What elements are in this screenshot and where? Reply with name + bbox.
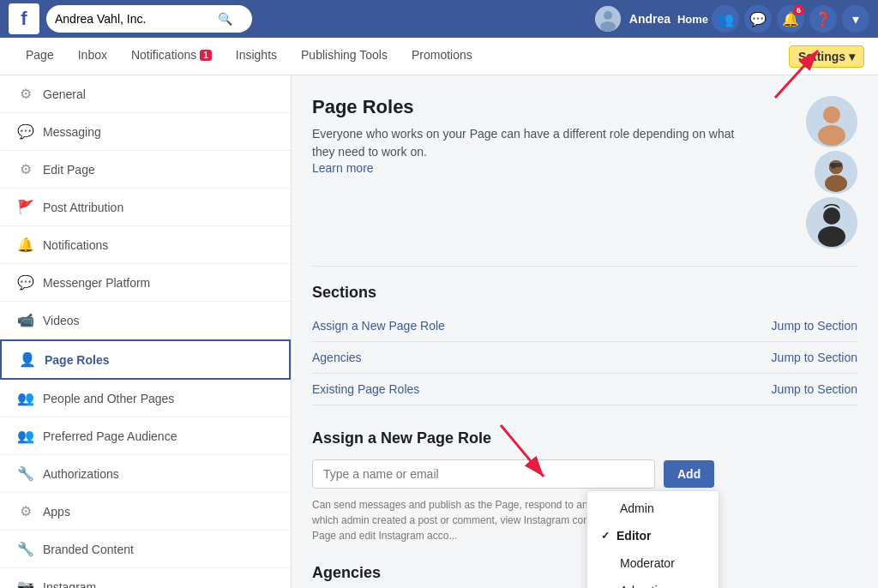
apps-icon: ⚙	[17, 503, 34, 519]
sidebar-label-branded-content: Branded Content	[43, 543, 134, 556]
messenger-icon[interactable]: 💬	[744, 5, 772, 33]
flag-icon: 🚩	[17, 199, 34, 215]
agencies-link[interactable]: Agencies	[312, 351, 362, 364]
role-option-moderator[interactable]: Moderator	[587, 549, 719, 577]
nav-insights[interactable]: Insights	[224, 38, 289, 75]
checkmark-icon: ✓	[601, 530, 610, 542]
bell-icon: 🔔	[17, 237, 34, 253]
role-label-editor: Editor	[616, 529, 651, 543]
nav-promotions[interactable]: Promotions	[400, 38, 484, 75]
svg-line-4	[775, 75, 818, 98]
sidebar-item-apps[interactable]: ⚙ Apps	[0, 493, 291, 531]
sidebar-label-messenger-platform: Messenger Platform	[43, 276, 150, 290]
sidebar-item-messenger-platform[interactable]: 💬 Messenger Platform	[0, 264, 291, 302]
sidebar-label-videos: Videos	[43, 314, 80, 327]
role-label-moderator: Moderator	[620, 556, 675, 570]
sidebar-label-notifications: Notifications	[43, 238, 108, 252]
assign-new-page-role-link[interactable]: Assign a New Page Role	[312, 319, 445, 333]
role-option-admin[interactable]: Admin	[587, 495, 719, 522]
search-icon: 🔍	[218, 12, 232, 26]
settings-button[interactable]: Settings ▾	[789, 45, 864, 68]
add-button[interactable]: Add	[664, 460, 714, 488]
video-icon: 📹	[17, 312, 34, 328]
learn-more-link[interactable]: Learn more	[312, 161, 374, 175]
assign-input-container: Admin ✓ Editor Moderator Advertiser	[312, 459, 857, 489]
svg-point-7	[818, 125, 845, 146]
sidebar-item-authorizations[interactable]: 🔧 Authorizations	[0, 455, 291, 493]
svg-point-6	[823, 106, 840, 123]
page-nav: Page Inbox Notifications 1 Insights Publ…	[0, 38, 878, 75]
avatars-group	[738, 96, 857, 249]
search-bar[interactable]: 🔍	[46, 5, 252, 33]
notifications-icon[interactable]: 🔔 6	[777, 5, 804, 33]
role-option-advertiser[interactable]: Advertiser	[587, 577, 719, 588]
svg-point-11	[825, 175, 847, 192]
existing-page-roles-link[interactable]: Existing Page Roles	[312, 382, 419, 396]
nav-page[interactable]: Page	[14, 38, 66, 75]
assign-section: Assign a New Page Role Admin ✓ Editor	[312, 429, 857, 543]
avatar-1	[806, 96, 857, 147]
nav-publishing-tools[interactable]: Publishing Tools	[289, 38, 400, 75]
jump-link-0[interactable]: Jump to Section	[772, 319, 857, 333]
sidebar-item-page-roles[interactable]: 👤 Page Roles	[0, 339, 291, 380]
role-option-editor[interactable]: ✓ Editor	[587, 522, 719, 549]
sidebar-label-apps: Apps	[43, 505, 70, 519]
facebook-logo: f	[9, 3, 39, 34]
help-icon[interactable]: ❓	[809, 5, 837, 33]
branded-content-icon: 🔧	[17, 541, 34, 557]
sidebar-item-videos[interactable]: 📹 Videos	[0, 302, 291, 339]
sidebar-item-people-other-pages[interactable]: 👥 People and Other Pages	[0, 380, 291, 417]
page-roles-text: Page Roles Everyone who works on your Pa…	[312, 96, 738, 175]
agencies-title: Agencies	[312, 564, 857, 582]
jump-link-2[interactable]: Jump to Section	[772, 382, 857, 396]
edit-page-icon: ⚙	[17, 161, 34, 177]
user-name: Andrea	[629, 12, 671, 26]
audience-icon: 👥	[17, 428, 34, 444]
sidebar-item-instagram[interactable]: 📷 Instagram	[0, 568, 291, 588]
sidebar-label-post-attribution: Post Attribution	[43, 201, 123, 214]
gear-icon: ⚙	[17, 86, 34, 102]
sidebar-label-people-other-pages: People and Other Pages	[43, 392, 174, 405]
sidebar-label-messaging: Messaging	[43, 125, 101, 139]
sidebar-label-preferred-page-audience: Preferred Page Audience	[43, 429, 177, 443]
sidebar-item-messaging[interactable]: 💬 Messaging	[0, 113, 291, 151]
role-label-admin: Admin	[620, 501, 654, 515]
sections-header: Sections	[312, 266, 857, 302]
svg-point-1	[604, 11, 612, 20]
sidebar-item-post-attribution[interactable]: 🚩 Post Attribution	[0, 189, 291, 226]
svg-point-2	[600, 21, 616, 32]
notifications-badge: 6	[793, 5, 804, 15]
search-input[interactable]	[55, 12, 218, 26]
notification-badge: 1	[200, 50, 212, 61]
assign-input-row: Admin ✓ Editor Moderator Advertiser	[312, 459, 857, 489]
page-roles-title: Page Roles	[312, 96, 738, 118]
jump-link-1[interactable]: Jump to Section	[772, 351, 857, 364]
assign-input[interactable]	[312, 459, 655, 489]
sidebar-item-notifications[interactable]: 🔔 Notifications	[0, 226, 291, 264]
section-link-row-2: Existing Page Roles Jump to Section	[312, 374, 857, 405]
friends-icon[interactable]: 👥	[712, 5, 739, 33]
sidebar-label-authorizations: Authorizations	[43, 467, 119, 481]
authorizations-icon: 🔧	[17, 465, 34, 482]
messaging-icon: 💬	[17, 123, 34, 140]
sidebar-item-preferred-page-audience[interactable]: 👥 Preferred Page Audience	[0, 417, 291, 455]
account-menu-icon[interactable]: ▾	[842, 5, 869, 33]
page-roles-desc: Everyone who works on your Page can have…	[312, 125, 738, 161]
top-bar-right: Andrea Home 👥 💬 🔔 6 ❓ ▾	[595, 5, 869, 33]
home-button[interactable]: Home	[679, 5, 707, 33]
nav-inbox[interactable]: Inbox	[66, 38, 119, 75]
sidebar: ⚙ General 💬 Messaging ⚙ Edit Page 🚩 Post…	[0, 75, 292, 588]
assign-title: Assign a New Page Role	[312, 429, 857, 447]
sidebar-item-edit-page[interactable]: ⚙ Edit Page	[0, 151, 291, 189]
avatar	[595, 6, 621, 32]
avatar-3	[806, 197, 857, 249]
sidebar-label-instagram: Instagram	[43, 580, 96, 589]
role-dropdown[interactable]: Admin ✓ Editor Moderator Advertiser	[586, 490, 719, 588]
svg-point-15	[823, 207, 840, 225]
messenger-platform-icon: 💬	[17, 274, 34, 291]
nav-notifications[interactable]: Notifications 1	[119, 38, 224, 75]
sidebar-item-general[interactable]: ⚙ General	[0, 75, 291, 113]
role-label-advertiser: Advertiser	[620, 584, 674, 588]
main-layout: ⚙ General 💬 Messaging ⚙ Edit Page 🚩 Post…	[0, 75, 878, 588]
sidebar-item-branded-content[interactable]: 🔧 Branded Content	[0, 531, 291, 568]
